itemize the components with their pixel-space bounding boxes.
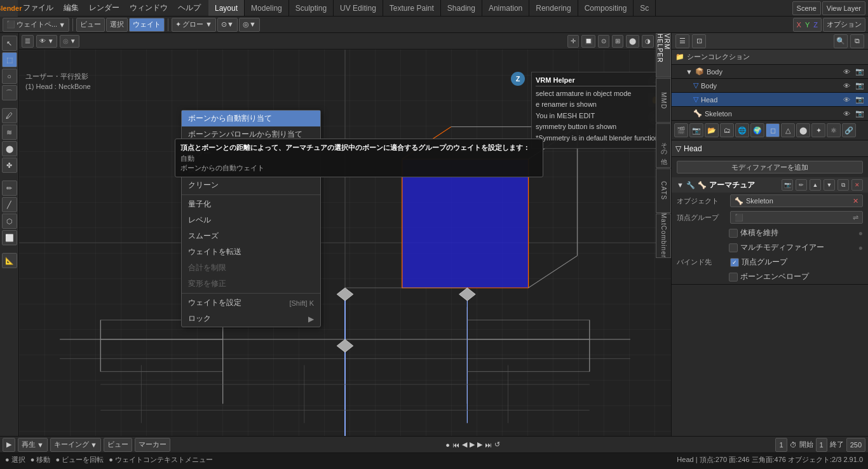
ws-rendering[interactable]: Rendering <box>529 0 578 16</box>
view-btn[interactable]: ビュー <box>76 18 105 32</box>
arm-down-btn[interactable]: ▼ <box>824 179 835 191</box>
tl-view-btn[interactable]: ビュー <box>104 438 132 452</box>
ctx-set-weight[interactable]: ウェイトを設定 [Shift] K <box>182 295 320 311</box>
blender-logo[interactable]: Blender <box>0 0 18 17</box>
viewport-overlay[interactable]: ⊙ <box>598 35 609 48</box>
tl-current-frame[interactable]: 1 <box>775 438 787 452</box>
ws-compositing[interactable]: Compositing <box>578 0 634 16</box>
tl-prev-key[interactable]: ⏮ <box>452 441 459 449</box>
select-circle-tool[interactable]: ○ <box>2 69 17 84</box>
menu-window[interactable]: ウィンドウ <box>125 0 173 16</box>
tl-dot[interactable]: ● <box>445 441 450 449</box>
prop-physics-btn[interactable]: ⚛ <box>827 123 841 137</box>
ctx-smooth[interactable]: スムーズ <box>182 228 320 244</box>
viewport-gizmo2[interactable]: 🔲 <box>581 35 595 48</box>
viewport-shading-solid[interactable]: ⬤ <box>626 35 639 48</box>
tl-play-pause[interactable]: ▶ <box>470 440 475 449</box>
ctx-transfer[interactable]: ウェイトを転送 <box>182 244 320 260</box>
prop-render-btn[interactable]: 📷 <box>689 123 703 137</box>
menu-help[interactable]: ヘルプ <box>173 0 206 16</box>
viewport-xray[interactable]: ⊞ <box>612 35 623 48</box>
tl-start-frame[interactable]: 1 <box>816 438 827 452</box>
sc-skeleton[interactable]: 🦴 Skeleton 👁 📷 <box>672 107 868 121</box>
side-tab-cats[interactable]: CATS <box>656 168 671 213</box>
arm-render-btn[interactable]: 📷 <box>782 179 793 191</box>
measure-tool[interactable]: 📐 <box>2 253 17 268</box>
select-lasso-tool[interactable]: ⌒ <box>2 85 17 100</box>
outliner-sync-btn[interactable]: ⊡ <box>692 34 706 48</box>
outliner-filter2-btn[interactable]: ⧉ <box>850 34 864 48</box>
arm-copy-btn[interactable]: ⧉ <box>837 179 849 191</box>
select-btn[interactable]: 選択 <box>106 18 128 32</box>
ws-modeling[interactable]: Modeling <box>245 0 289 16</box>
xyz-selector[interactable]: X Y Z <box>793 18 822 32</box>
mode-selector[interactable]: ⬛ ウェイトペ... ▼ <box>3 18 69 32</box>
viewport[interactable]: ☰ 👁 ▼ ◎▼ ✛ 🔲 ⊙ ⊞ ⬤ ◑ ◉ <box>19 33 671 436</box>
average-tool[interactable]: ⬤ <box>2 141 17 156</box>
arm-expand-icon[interactable]: ▼ <box>677 181 684 189</box>
arm-obj-clear[interactable]: ✕ <box>853 197 858 205</box>
multi-modifier-check[interactable] <box>729 243 738 252</box>
viewport-gizmo1[interactable]: ✛ <box>567 35 579 48</box>
blur-tool[interactable]: ≋ <box>2 125 17 140</box>
annotate-poly-tool[interactable]: ⬡ <box>2 214 17 229</box>
sc-skel-eye[interactable]: 👁 <box>843 110 850 118</box>
side-tab-matcombiner[interactable]: MatCombiner <box>656 214 671 258</box>
prop-scene-btn[interactable]: 🎬 <box>674 123 688 137</box>
sc-body-eye[interactable]: 👁 <box>843 82 850 90</box>
viewport-shading[interactable]: ◎▼ <box>60 35 79 48</box>
select-box-tool[interactable]: ⬚ <box>2 52 17 67</box>
sc-camera-btn[interactable]: 📷 <box>855 67 864 76</box>
ws-layout[interactable]: Layout <box>208 0 245 16</box>
arm-vg-value[interactable]: ⬛ ⇌ <box>730 211 863 224</box>
prop-world-btn[interactable]: 🌍 <box>750 123 764 137</box>
tl-play-btn[interactable]: 再生▼ <box>18 438 48 452</box>
ws-sculpting[interactable]: Sculpting <box>289 0 334 16</box>
proportional-btn[interactable]: ◎▼ <box>239 18 260 32</box>
ws-animation[interactable]: Animation <box>482 0 529 16</box>
prop-scene2-btn[interactable]: 🌐 <box>735 123 749 137</box>
annotate-tool[interactable]: ✏ <box>2 180 17 196</box>
annotate-erase-tool[interactable]: ⬜ <box>2 230 17 245</box>
prop-mesh-btn[interactable]: △ <box>781 123 795 137</box>
sc-body-collection[interactable]: ▼ 📦 Body 👁 📷 <box>672 65 868 79</box>
ctx-levels[interactable]: レベル <box>182 212 320 228</box>
smear-tool[interactable]: ✤ <box>2 158 17 173</box>
sc-head-mesh[interactable]: ▽ Head 👁 📷 <box>672 93 868 107</box>
annotate-line-tool[interactable]: ╱ <box>2 197 17 212</box>
tl-end-frame[interactable]: 250 <box>846 438 865 452</box>
prop-material-btn[interactable]: ⬤ <box>796 123 810 137</box>
arm-delete-btn[interactable]: ✕ <box>851 179 863 191</box>
ctx-clean[interactable]: クリーン <box>182 177 320 193</box>
tl-loop[interactable]: ↺ <box>494 440 500 449</box>
snap-btn[interactable]: ⊙▼ <box>217 18 238 32</box>
arm-up-btn[interactable]: ▲ <box>810 179 821 191</box>
add-modifier-btn[interactable]: モディファイアーを追加 <box>677 161 863 173</box>
glow-btn[interactable]: ✦ グロー ▼ <box>172 18 216 32</box>
sc-body-cam[interactable]: 📷 <box>855 81 864 90</box>
viewport-menu-btn[interactable]: ☰ <box>22 35 34 48</box>
tl-keying-btn[interactable]: キーイング▼ <box>50 438 101 452</box>
options-btn[interactable]: オプション <box>823 18 865 32</box>
viewport-view-type[interactable]: 👁 ▼ <box>36 35 57 48</box>
sc-head-eye[interactable]: 👁 <box>843 96 850 104</box>
ctx-lock[interactable]: ロック ▶ <box>182 311 320 327</box>
cursor-tool[interactable]: ↖ <box>2 36 17 51</box>
ctx-quantize[interactable]: 量子化 <box>182 196 320 212</box>
ws-shading[interactable]: Shading <box>441 0 482 16</box>
tl-prev-frame[interactable]: ◀ <box>462 440 467 449</box>
sc-eye-btn[interactable]: 👁 <box>843 68 850 76</box>
ws-uv-editing[interactable]: UV Editing <box>334 0 383 16</box>
viewport-shading-mat[interactable]: ◑ <box>642 35 654 48</box>
tl-mode-btn[interactable]: ▶ <box>3 438 15 452</box>
arm-vg-arrows[interactable]: ⇌ <box>853 214 858 222</box>
prop-constraint-btn[interactable]: 🔗 <box>842 123 856 137</box>
bone-env-check[interactable] <box>729 273 738 282</box>
arm-object-value[interactable]: 🦴 Skeleton ✕ <box>730 194 863 207</box>
vg-check[interactable]: ✓ <box>730 258 739 267</box>
outliner-filter-btn[interactable]: ☰ <box>675 34 689 48</box>
menu-edit[interactable]: 編集 <box>58 0 84 16</box>
prop-particle-btn[interactable]: ✦ <box>811 123 825 137</box>
weight-btn[interactable]: ウェイト <box>129 18 165 32</box>
prop-view-layer-btn[interactable]: 🗂 <box>720 123 734 137</box>
